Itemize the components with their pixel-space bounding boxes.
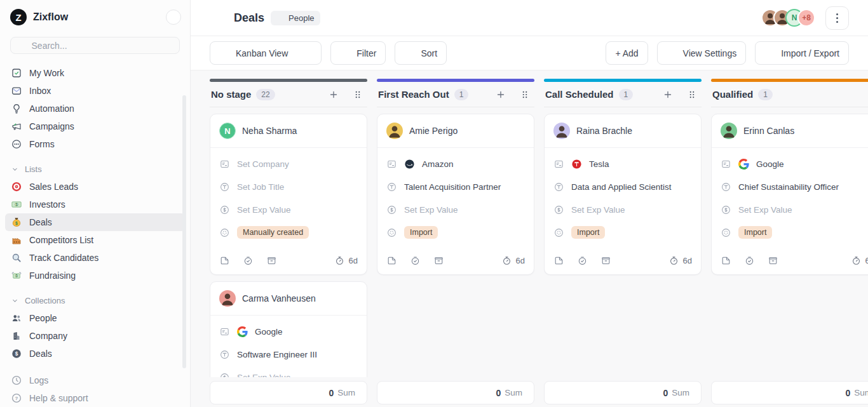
sidebar-collapse-button[interactable] xyxy=(166,10,181,25)
field-tag[interactable]: Manually created xyxy=(219,224,358,241)
sidebar-item-my-work[interactable]: My Work xyxy=(5,64,185,82)
view-settings-button[interactable]: View Settings xyxy=(657,41,747,65)
task-check-icon[interactable] xyxy=(744,255,755,266)
field-tag[interactable]: Import xyxy=(553,224,692,241)
field-exp[interactable]: Set Exp Value xyxy=(386,201,525,218)
add-card-button[interactable] xyxy=(662,89,674,100)
add-button[interactable]: + Add xyxy=(606,41,648,65)
task-check-icon[interactable] xyxy=(410,255,421,266)
add-card-button[interactable] xyxy=(328,89,339,100)
field-company[interactable]: Tesla xyxy=(553,156,692,172)
field-job[interactable]: Data and Applied Scientist xyxy=(553,178,692,195)
column-count-badge: 1 xyxy=(454,89,469,100)
deal-card[interactable]: Carma VanheusenGoogleSoftware Engineer I… xyxy=(210,281,367,377)
svg-text:$: $ xyxy=(15,221,18,226)
app-name: Zixflow xyxy=(33,11,68,23)
field-company[interactable]: Set Company xyxy=(219,156,358,172)
archive-icon[interactable] xyxy=(768,255,778,266)
column-drag-handle[interactable] xyxy=(686,89,698,100)
field-company[interactable]: Google xyxy=(721,156,868,172)
sidebar-item-lists-track-candidates[interactable]: Track Candidates xyxy=(5,249,185,267)
deal-card[interactable]: Amie PerigoAmazonTalent Acquisition Part… xyxy=(377,114,534,275)
sum-label: Sum xyxy=(337,388,355,397)
tag-pill: Import xyxy=(738,226,772,239)
sidebar-item-collections-people[interactable]: People xyxy=(5,309,185,327)
factory-icon xyxy=(11,234,22,246)
entity-tag-people[interactable]: People xyxy=(271,11,320,25)
sidebar-item-campaigns[interactable]: Campaigns xyxy=(5,117,185,135)
field-exp[interactable]: Set Exp Value xyxy=(553,201,692,218)
column-count-badge: 1 xyxy=(619,89,634,100)
more-options-button[interactable] xyxy=(825,6,849,30)
view-settings-label: View Settings xyxy=(683,48,737,58)
field-company[interactable]: Google xyxy=(219,323,358,340)
avatar[interactable]: +8 xyxy=(797,9,815,27)
sidebar-item-lists-fundraising[interactable]: $Fundraising xyxy=(5,267,185,284)
add-button-label: + Add xyxy=(615,48,638,58)
note-icon[interactable] xyxy=(219,255,230,266)
archive-icon[interactable] xyxy=(600,255,611,266)
stopwatch-icon xyxy=(334,255,345,266)
tag-field-icon xyxy=(386,227,397,238)
note-icon[interactable] xyxy=(721,255,731,266)
chevron-down-icon xyxy=(11,297,19,305)
field-tag[interactable]: Import xyxy=(386,224,525,241)
google-logo xyxy=(738,159,749,170)
field-job[interactable]: Talent Acquisition Partner xyxy=(386,178,525,195)
sidebar-scrollbar[interactable] xyxy=(182,95,186,368)
sidebar-item-lists-investors[interactable]: $Investors xyxy=(5,196,185,213)
sidebar-item-label: Deals xyxy=(29,217,52,227)
app-root: Z Zixflow My WorkInboxAutomationCampaign… xyxy=(0,0,868,407)
person-photo-icon xyxy=(386,123,403,139)
sidebar-item-logs[interactable]: Logs xyxy=(5,371,185,389)
column-header: No stage22 xyxy=(210,82,367,107)
field-exp[interactable]: Set Exp Value xyxy=(721,201,868,218)
header-right: N+8 xyxy=(761,6,849,30)
deal-card[interactable]: NNeha SharmaSet CompanySet Job TitleSet … xyxy=(210,114,367,275)
field-exp[interactable]: Set Exp Value xyxy=(219,201,358,218)
archive-icon[interactable] xyxy=(433,255,444,266)
archive-icon[interactable] xyxy=(266,255,277,266)
filter-button[interactable]: Filter xyxy=(330,41,386,65)
sidebar-item-lists-sales-leads[interactable]: Sales Leads xyxy=(5,178,185,196)
kanban-board: No stage22NNeha SharmaSet CompanySet Job… xyxy=(191,70,868,407)
sidebar-item-forms[interactable]: Forms xyxy=(5,135,185,153)
deal-card[interactable]: Raina BrachleTeslaData and Applied Scien… xyxy=(544,114,702,275)
field-tag[interactable]: Import xyxy=(721,224,868,241)
note-icon[interactable] xyxy=(553,255,564,266)
import-export-button[interactable]: Import / Export xyxy=(755,41,849,65)
column-drag-handle[interactable] xyxy=(352,89,363,100)
card-name: Amie Perigo xyxy=(409,126,458,136)
deal-card[interactable]: Erinn CanlasGoogleChief Sustainability O… xyxy=(711,114,868,275)
field-job[interactable]: Set Job Title xyxy=(219,178,358,195)
section-label-collections[interactable]: Collections xyxy=(5,296,185,305)
add-card-button[interactable] xyxy=(495,89,506,100)
field-company[interactable]: Amazon xyxy=(386,156,525,172)
field-job[interactable]: Chief Sustainability Officer xyxy=(721,178,868,195)
sidebar-item-label: Track Candidates xyxy=(29,253,98,263)
task-check-icon[interactable] xyxy=(577,255,588,266)
task-check-icon[interactable] xyxy=(243,255,254,266)
sidebar-item-lists-competitors-list[interactable]: Competitors List xyxy=(5,231,185,249)
view-selector[interactable]: Kanban View xyxy=(210,41,322,65)
sidebar-item-lists-deals[interactable]: $Deals xyxy=(5,213,185,231)
column-drag-handle[interactable] xyxy=(519,89,531,100)
sidebar-item-inbox[interactable]: Inbox xyxy=(5,82,185,100)
sidebar-item-collections-company[interactable]: Company xyxy=(5,327,185,345)
job-title-field-icon xyxy=(721,182,731,192)
section-label-lists[interactable]: Lists xyxy=(5,164,185,174)
note-icon[interactable] xyxy=(386,255,397,266)
sidebar-search[interactable] xyxy=(10,37,180,54)
sort-button[interactable]: Sort xyxy=(395,41,447,65)
field-placeholder: Set Exp Value xyxy=(237,373,291,378)
deals-coin-icon: $ xyxy=(11,348,22,359)
sidebar-item-label: Fundraising xyxy=(29,270,76,281)
filter-button-label: Filter xyxy=(356,48,376,58)
field-exp[interactable]: Set Exp Value xyxy=(219,369,358,377)
field-job[interactable]: Software Engineer III xyxy=(219,346,358,363)
search-input[interactable] xyxy=(32,41,173,51)
sidebar-item-automation[interactable]: Automation xyxy=(5,100,185,117)
view-selector-label: Kanban View xyxy=(236,48,288,58)
sidebar-item-help-support[interactable]: ?Help & support xyxy=(5,389,185,407)
sidebar-item-collections-deals[interactable]: $Deals xyxy=(5,345,185,363)
